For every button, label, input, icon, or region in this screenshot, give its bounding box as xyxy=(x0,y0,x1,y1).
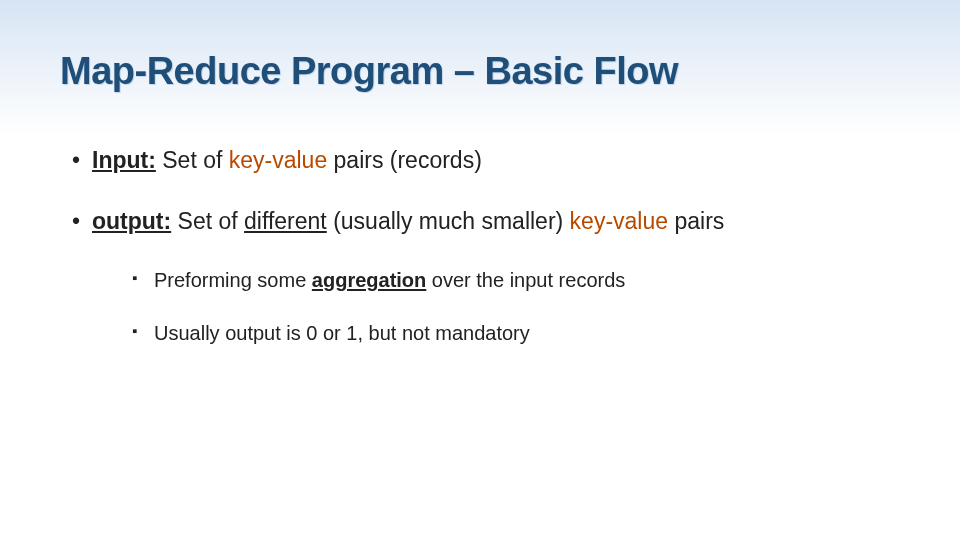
output-label: output: xyxy=(92,208,171,234)
sub1-a: Preforming some xyxy=(154,269,312,291)
sub-bullet-output-count: Usually output is 0 or 1, but not mandat… xyxy=(132,320,900,347)
output-text-1: Set of xyxy=(171,208,244,234)
slide: Map-Reduce Program – Basic Flow Input: S… xyxy=(0,0,960,540)
sub1-aggregation: aggregation xyxy=(312,269,426,291)
slide-title: Map-Reduce Program – Basic Flow xyxy=(60,50,900,93)
body-list: Input: Set of key-value pairs (records) … xyxy=(60,145,900,347)
input-label: Input: xyxy=(92,147,156,173)
bullet-output: output: Set of different (usually much s… xyxy=(70,206,900,347)
input-text-2: pairs (records) xyxy=(327,147,482,173)
sub-bullet-aggregation: Preforming some aggregation over the inp… xyxy=(132,267,900,294)
output-kv: key-value xyxy=(570,208,668,234)
output-text-3: pairs xyxy=(668,208,724,234)
sub1-b: over the input records xyxy=(426,269,625,291)
input-text-1: Set of xyxy=(156,147,229,173)
bullet-input: Input: Set of key-value pairs (records) xyxy=(70,145,900,176)
sub-list: Preforming some aggregation over the inp… xyxy=(92,267,900,347)
output-text-2: (usually much smaller) xyxy=(327,208,570,234)
input-kv: key-value xyxy=(229,147,327,173)
sub2-text: Usually output is 0 or 1, but not mandat… xyxy=(154,322,530,344)
output-different: different xyxy=(244,208,327,234)
